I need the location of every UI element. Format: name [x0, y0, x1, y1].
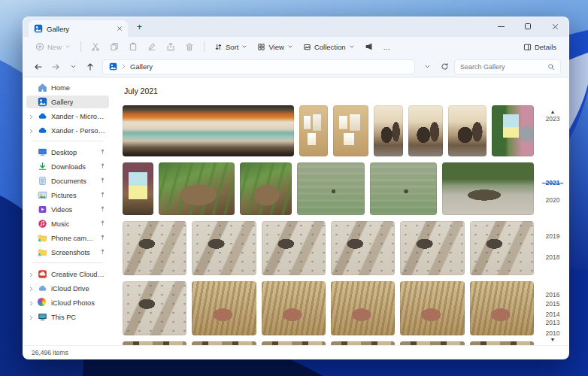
- timeline-down-arrow-icon[interactable]: ▼: [539, 337, 566, 342]
- photo-thumbnail-sign-small[interactable]: [123, 162, 153, 215]
- tab-gallery[interactable]: Gallery: [29, 20, 128, 37]
- pin-icon[interactable]: [99, 191, 106, 199]
- photo-thumbnail-bird-sand[interactable]: [123, 221, 186, 275]
- photo-thumbnail-nest[interactable]: [240, 162, 292, 215]
- sidebar-item-videos[interactable]: Videos: [26, 203, 109, 216]
- chevron-right-icon[interactable]: [29, 314, 34, 322]
- cut-button[interactable]: [86, 40, 105, 53]
- sidebar-item-downloads[interactable]: Downloads: [26, 160, 109, 173]
- pin-icon[interactable]: [99, 220, 106, 228]
- photo-thumbnail-sparrow-grass[interactable]: [470, 281, 534, 335]
- timeline-year-2015[interactable]: 2015: [539, 300, 566, 308]
- chevron-right-icon[interactable]: [29, 300, 34, 308]
- photo-thumbnail-field[interactable]: [297, 162, 364, 215]
- timeline-year-2013[interactable]: 2013: [539, 319, 566, 326]
- timeline-year-2020[interactable]: 2020: [539, 196, 566, 204]
- photo-thumbnail-strip[interactable]: [331, 341, 395, 345]
- photo-thumbnail-strip[interactable]: [192, 341, 256, 345]
- sidebar-item-music[interactable]: Music: [26, 217, 109, 230]
- photo-thumbnail-bird-sand[interactable]: [262, 221, 326, 275]
- tab-close-icon[interactable]: [117, 26, 123, 32]
- sidebar-item-icloud-drive[interactable]: iCloud Drive: [26, 282, 109, 295]
- chevron-right-icon[interactable]: [29, 114, 34, 121]
- photo-thumbnail-bird-sand[interactable]: [123, 281, 186, 335]
- timeline-year-2014[interactable]: 2014: [539, 311, 566, 318]
- sidebar-item-home[interactable]: Home: [26, 81, 109, 94]
- sidebar-item-icloud-photos[interactable]: iCloud Photos: [26, 296, 109, 309]
- timeline-year-2018[interactable]: 2018: [539, 253, 566, 261]
- breadcrumb-location[interactable]: Gallery: [130, 62, 153, 71]
- sidebar-item-this-pc[interactable]: This PC: [26, 311, 109, 323]
- photo-thumbnail-corkboard[interactable]: [299, 105, 328, 156]
- new-button[interactable]: New: [31, 40, 75, 53]
- paste-button[interactable]: [124, 40, 142, 53]
- sidebar-item-xander-microsoft[interactable]: Xander - Microsoft: [26, 110, 109, 123]
- address-dropdown-button[interactable]: [420, 59, 435, 74]
- photo-thumbnail-bird-sand[interactable]: [470, 221, 534, 275]
- delete-button[interactable]: [180, 40, 199, 53]
- sidebar-item-gallery[interactable]: Gallery: [26, 96, 109, 108]
- photo-thumbnail-strip[interactable]: [123, 341, 186, 345]
- photo-thumbnail-bird-sand[interactable]: [192, 221, 256, 275]
- maximize-button[interactable]: [514, 17, 541, 35]
- pin-icon[interactable]: [99, 177, 106, 185]
- view-button[interactable]: View: [253, 41, 297, 53]
- details-button[interactable]: Details: [519, 41, 561, 53]
- collection-button[interactable]: Collection: [299, 41, 359, 53]
- photo-thumbnail-corkboard[interactable]: [333, 105, 368, 156]
- photo-thumbnail-sparrow-grass[interactable]: [331, 281, 395, 335]
- photo-thumbnail-interior-warm[interactable]: [408, 105, 443, 156]
- see-more-button[interactable]: …: [379, 41, 396, 53]
- forward-button[interactable]: [48, 59, 63, 74]
- pin-icon[interactable]: [99, 248, 106, 256]
- sidebar-item-xander-personal[interactable]: Xander - Personal: [26, 124, 109, 137]
- pin-icon[interactable]: [99, 162, 106, 171]
- timeline-year-2019[interactable]: 2019: [539, 232, 566, 240]
- rename-button[interactable]: [143, 40, 161, 53]
- photo-thumbnail-sparrow-grass[interactable]: [400, 281, 464, 335]
- refresh-button[interactable]: [437, 59, 452, 74]
- photo-thumbnail-interior-warm[interactable]: [374, 105, 404, 156]
- photo-thumbnail-duck-gravel[interactable]: [442, 162, 534, 215]
- pin-icon[interactable]: [99, 205, 106, 214]
- minimize-button[interactable]: [487, 17, 514, 35]
- photo-thumbnail-nest[interactable]: [159, 162, 234, 215]
- sidebar-item-screenshots[interactable]: Screenshots: [26, 246, 109, 259]
- sidebar-item-documents[interactable]: Documents: [26, 174, 109, 187]
- sort-button[interactable]: Sort: [210, 41, 252, 53]
- chevron-right-icon[interactable]: [29, 286, 34, 293]
- photo-thumbnail-sparrow-grass[interactable]: [192, 281, 256, 335]
- photo-thumbnail-sparrow-grass[interactable]: [262, 281, 326, 335]
- back-button[interactable]: [31, 59, 46, 74]
- photo-thumbnail-interior-warm[interactable]: [448, 105, 487, 156]
- timeline-year-2023[interactable]: 2023: [539, 115, 566, 123]
- photo-thumbnail-bird-sand[interactable]: [400, 221, 464, 275]
- share-button[interactable]: [162, 40, 180, 53]
- new-tab-button[interactable]: +: [128, 22, 151, 32]
- sidebar-item-desktop[interactable]: Desktop: [26, 146, 109, 159]
- chevron-right-icon[interactable]: [29, 128, 34, 135]
- photo-thumbnail-field[interactable]: [370, 162, 437, 215]
- sidebar-item-phone-camera-ro[interactable]: Phone camera ro: [26, 232, 109, 244]
- photo-thumbnail-bird-sand[interactable]: [331, 221, 395, 275]
- photo-thumbnail-strip[interactable]: [262, 341, 326, 345]
- search-input[interactable]: [460, 63, 544, 71]
- feedback-button[interactable]: [360, 40, 378, 53]
- timeline-year-2021[interactable]: 2021: [539, 179, 566, 186]
- timeline-up-arrow-icon[interactable]: ▲: [539, 109, 566, 114]
- recent-locations-button[interactable]: [65, 59, 80, 74]
- breadcrumb[interactable]: Gallery: [102, 59, 415, 74]
- copy-button[interactable]: [105, 40, 123, 53]
- close-button[interactable]: [541, 17, 568, 35]
- timeline-year-2016[interactable]: 2016: [539, 291, 566, 299]
- chevron-right-icon[interactable]: [29, 271, 34, 279]
- photo-thumbnail-strip[interactable]: [400, 341, 464, 345]
- sidebar-item-pictures[interactable]: Pictures: [26, 189, 109, 202]
- photo-thumbnail-strip[interactable]: [470, 341, 534, 345]
- search-box[interactable]: [454, 59, 561, 74]
- up-button[interactable]: [83, 59, 98, 74]
- pin-icon[interactable]: [99, 148, 106, 156]
- sidebar-item-creative-cloud-files[interactable]: Creative Cloud Files: [26, 268, 109, 280]
- pin-icon[interactable]: [99, 234, 106, 242]
- photo-thumbnail-sign-pigeon[interactable]: [492, 105, 534, 156]
